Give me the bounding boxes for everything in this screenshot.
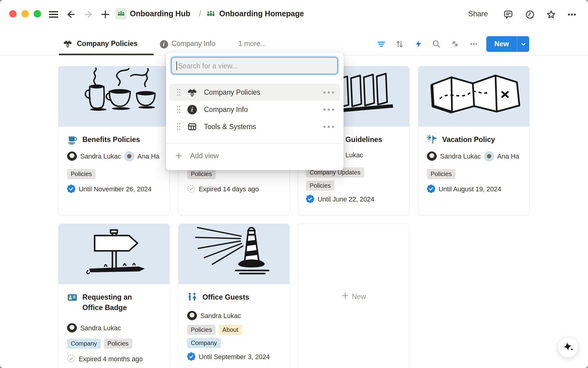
drag-handle-icon[interactable] bbox=[175, 105, 182, 113]
expired-check-icon bbox=[187, 185, 195, 194]
card-requesting-office-badge[interactable]: Requesting an Office Badge Sandra Lukac … bbox=[58, 224, 170, 368]
breadcrumb-item[interactable]: Onboarding Hub bbox=[130, 9, 190, 18]
tab-company-policies[interactable]: Company Policies bbox=[77, 40, 138, 48]
breadcrumb-item[interactable]: Onboarding Homepage bbox=[219, 9, 304, 18]
verified-badge-icon bbox=[67, 185, 75, 194]
avatar bbox=[187, 311, 197, 321]
breadcrumb-separator: / bbox=[199, 9, 201, 18]
active-tab-underline bbox=[59, 54, 154, 55]
card-people: Sandra Lukac Ana Ha bbox=[67, 151, 169, 161]
card-title: Benefits Policies bbox=[82, 134, 140, 145]
drag-handle-icon[interactable] bbox=[175, 123, 182, 131]
text-caret bbox=[176, 61, 177, 70]
more-views-button[interactable]: 1 more... bbox=[238, 40, 266, 48]
share-button[interactable]: Share bbox=[468, 10, 488, 18]
item-more-icon[interactable] bbox=[323, 91, 334, 94]
view-search-input[interactable] bbox=[177, 59, 332, 73]
tag: Company bbox=[187, 338, 221, 348]
search-icon[interactable] bbox=[432, 40, 441, 48]
item-more-icon[interactable] bbox=[323, 109, 334, 111]
add-view-button[interactable]: Add view bbox=[166, 146, 343, 166]
person-name: Sandra Lukac bbox=[200, 312, 241, 320]
view-menu-item-label: Company Policies bbox=[204, 88, 323, 97]
expand-icon[interactable] bbox=[451, 40, 459, 48]
window-minimize-button[interactable] bbox=[21, 10, 29, 17]
forward-icon[interactable] bbox=[83, 9, 94, 20]
verified-badge-icon bbox=[187, 352, 195, 362]
view-menu-item-company-policies[interactable]: Company Policies bbox=[169, 84, 340, 101]
tag: Policies bbox=[67, 169, 96, 179]
app-window: Onboarding Hub / Onboarding Homepage Sha… bbox=[0, 0, 588, 368]
item-more-icon[interactable] bbox=[323, 126, 334, 128]
table-icon bbox=[187, 121, 198, 132]
view-switcher-menu: Company Policies i Company Info Tools & … bbox=[166, 52, 344, 170]
status-text: Expired 4 months ago bbox=[79, 355, 143, 363]
avatar bbox=[124, 151, 134, 161]
lighthouse-illustration bbox=[179, 224, 289, 284]
more-options-icon[interactable] bbox=[566, 9, 577, 20]
new-button-label: New bbox=[486, 40, 517, 48]
expired-check-icon bbox=[67, 355, 75, 364]
card-people: Sandra Lukac Ana Ha bbox=[427, 151, 529, 161]
view-menu-item-tools-systems[interactable]: Tools & Systems bbox=[169, 118, 340, 135]
vacation-icon bbox=[427, 134, 437, 145]
bee-icon bbox=[187, 87, 198, 98]
tag: Policies bbox=[104, 339, 132, 349]
info-icon: i bbox=[187, 104, 198, 115]
window-zoom-button[interactable] bbox=[34, 10, 41, 17]
info-icon: i bbox=[159, 40, 168, 49]
card-vacation-policy[interactable]: Vacation Policy Sandra Lukac Ana Ha Poli… bbox=[418, 66, 530, 215]
map-illustration bbox=[418, 66, 529, 126]
history-clock-icon[interactable] bbox=[524, 9, 535, 20]
plus-icon bbox=[175, 152, 183, 160]
tag: Policies bbox=[427, 169, 455, 179]
person-name: Ana Ha bbox=[138, 153, 160, 160]
view-options-icon[interactable] bbox=[469, 40, 478, 48]
view-search-field[interactable] bbox=[171, 57, 338, 74]
window-close-button[interactable] bbox=[9, 10, 17, 17]
card-title: Guidelines bbox=[345, 134, 382, 145]
status-text: Until September 3, 2024 bbox=[199, 353, 270, 361]
status-text: Until November 26, 2024 bbox=[79, 186, 152, 193]
person-name: Sandra Lukac bbox=[80, 153, 121, 160]
tab-company-info[interactable]: Company Info bbox=[172, 40, 215, 48]
drag-handle-icon[interactable] bbox=[175, 88, 182, 96]
new-card-button[interactable]: New bbox=[298, 224, 409, 368]
person-name: Sandra Lukac bbox=[440, 153, 481, 160]
sort-icon[interactable] bbox=[395, 40, 404, 48]
mugs-illustration bbox=[58, 66, 169, 126]
card-cover-image bbox=[418, 66, 529, 127]
new-page-icon[interactable] bbox=[100, 9, 111, 20]
sidebar-menu-icon[interactable] bbox=[48, 9, 59, 20]
filter-icon[interactable] bbox=[377, 40, 386, 48]
card-cover-image bbox=[58, 224, 169, 284]
add-view-label: Add view bbox=[190, 152, 219, 160]
ai-sparkle-button[interactable] bbox=[558, 337, 579, 358]
tag: Policies bbox=[187, 169, 216, 179]
tag: Policies bbox=[306, 181, 334, 191]
bee-icon bbox=[63, 39, 72, 48]
card-benefits-policies[interactable]: Benefits Policies Sandra Lukac Ana Ha Po… bbox=[58, 66, 170, 215]
view-menu-item-company-info[interactable]: i Company Info bbox=[169, 101, 340, 118]
signpost-illustration bbox=[58, 224, 169, 284]
status-text: Until August 19, 2024 bbox=[439, 186, 501, 193]
comments-icon[interactable] bbox=[503, 9, 514, 20]
status-text: Expired 14 days ago bbox=[199, 186, 259, 193]
automation-lightning-icon[interactable] bbox=[414, 40, 423, 48]
back-icon[interactable] bbox=[66, 9, 77, 20]
team-green-icon bbox=[115, 8, 127, 20]
avatar bbox=[427, 151, 437, 161]
chevron-down-icon[interactable] bbox=[517, 40, 529, 48]
verified-badge-icon bbox=[427, 185, 435, 194]
card-title: Requesting an Office Badge bbox=[82, 292, 144, 313]
favorite-star-icon[interactable] bbox=[545, 9, 556, 20]
card-title: Office Guests bbox=[202, 292, 249, 302]
badge-icon bbox=[67, 292, 77, 303]
sparkle-icon bbox=[561, 340, 575, 354]
mug-icon bbox=[67, 134, 77, 145]
view-menu-item-label: Tools & Systems bbox=[204, 123, 323, 131]
card-office-guests[interactable]: Office Guests Sandra Lukac Policies Abou… bbox=[178, 224, 290, 368]
team-green-icon bbox=[205, 8, 216, 19]
card-cover-image bbox=[179, 224, 289, 284]
new-button[interactable]: New bbox=[486, 36, 529, 52]
